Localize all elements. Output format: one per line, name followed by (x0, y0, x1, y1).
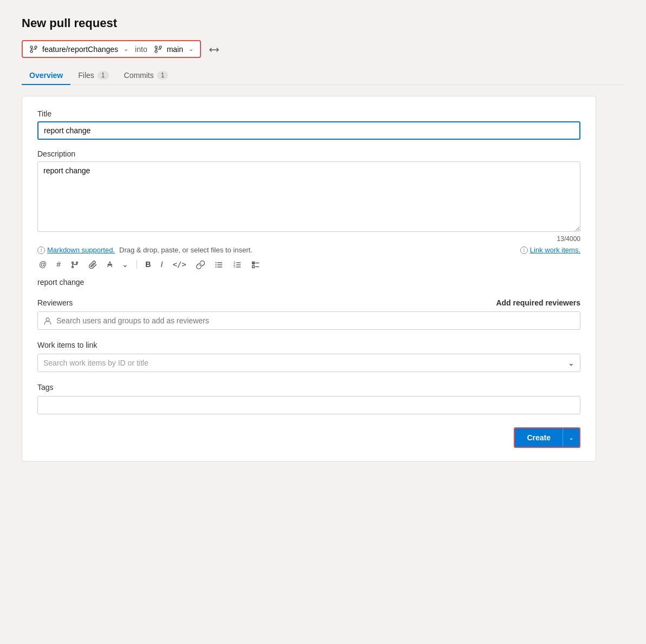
work-items-dropdown[interactable]: Search work items by ID or title ⌄ (37, 354, 580, 372)
svg-point-0 (30, 46, 33, 48)
tab-commits-label: Commits (124, 71, 154, 80)
svg-point-17 (215, 266, 216, 268)
tabs: Overview Files 1 Commits 1 (22, 67, 624, 85)
svg-point-6 (159, 46, 162, 48)
form-card: Title Description report change 13/4000 … (22, 96, 596, 461)
svg-point-8 (72, 262, 74, 264)
title-input[interactable] (37, 121, 580, 140)
reviewer-search-input[interactable] (56, 316, 574, 325)
swap-branches-icon[interactable] (209, 44, 219, 55)
tab-files-badge: 1 (98, 71, 109, 80)
svg-point-9 (72, 266, 74, 268)
svg-point-1 (30, 50, 33, 53)
into-text: into (135, 45, 147, 54)
info-icon: i (37, 246, 45, 254)
attach-btn[interactable] (87, 259, 99, 270)
target-branch-chevron[interactable]: ⌄ (189, 45, 193, 53)
svg-point-10 (76, 262, 78, 264)
branch-selector: feature/reportChanges ⌄ into main ⌄ (22, 40, 201, 58)
tab-overview[interactable]: Overview (22, 67, 70, 85)
tab-commits[interactable]: Commits 1 (117, 67, 176, 85)
tab-commits-badge: 1 (157, 71, 169, 80)
code-btn[interactable]: </> (171, 259, 188, 270)
work-items-label: Work items to link (37, 341, 580, 349)
source-branch-name: feature/reportChanges (42, 45, 118, 54)
add-required-reviewers-link[interactable]: Add required reviewers (496, 298, 580, 307)
svg-text:3.: 3. (234, 265, 236, 268)
tags-label: Tags (37, 383, 580, 392)
link-work-items-link[interactable]: Link work items. (530, 246, 580, 254)
svg-point-16 (215, 264, 216, 265)
tab-files[interactable]: Files 1 (70, 67, 116, 85)
create-button[interactable]: Create (515, 428, 563, 447)
work-items-placeholder: Search work items by ID or title (43, 359, 148, 367)
more-btn[interactable]: ⌄ (120, 259, 130, 270)
link-btn[interactable] (195, 259, 206, 270)
strikethrough-btn[interactable]: A (106, 259, 114, 270)
link-work-items-info-icon: i (520, 246, 528, 254)
toolbar-separator (137, 260, 137, 269)
work-items-chevron: ⌄ (568, 359, 574, 367)
preview-text: report change (37, 276, 580, 289)
mention-work-btn[interactable] (69, 258, 81, 270)
italic-btn[interactable]: I (159, 259, 164, 270)
svg-point-28 (46, 318, 49, 321)
source-branch-icon (29, 44, 38, 54)
tab-overview-label: Overview (29, 71, 63, 80)
link-work-items-wrap: i Link work items. (520, 246, 580, 254)
create-btn-wrap: Create ⌄ (514, 427, 580, 448)
description-textarea[interactable]: report change (37, 161, 580, 232)
ol-btn[interactable]: 1. 2. 3. (231, 259, 243, 270)
mention-btn[interactable]: @ (37, 259, 48, 270)
reviewer-search-wrap[interactable] (37, 311, 580, 330)
char-count: 13/4000 (37, 235, 580, 243)
target-branch-name: main (167, 45, 183, 54)
reviewers-label: Reviewers (37, 298, 73, 307)
tags-input[interactable] (37, 396, 580, 414)
tab-files-label: Files (78, 71, 94, 80)
svg-point-2 (35, 46, 37, 48)
page-title: New pull request (22, 16, 624, 30)
editor-toolbar: @ # A ⌄ B I </> (37, 258, 580, 270)
svg-point-5 (155, 50, 157, 53)
title-label: Title (37, 109, 580, 118)
svg-rect-26 (252, 265, 254, 268)
target-branch-icon (154, 44, 163, 54)
bold-btn[interactable]: B (144, 259, 152, 270)
person-icon (43, 316, 52, 326)
description-label: Description (37, 149, 580, 158)
checklist-btn[interactable] (250, 259, 262, 270)
form-footer: Create ⌄ (37, 427, 580, 448)
markdown-link[interactable]: Markdown supported. (47, 246, 115, 254)
svg-point-4 (155, 46, 157, 48)
svg-point-15 (215, 262, 216, 263)
reviewers-section-header: Reviewers Add required reviewers (37, 298, 580, 307)
markdown-row: i Markdown supported. Drag & drop, paste… (37, 246, 580, 254)
markdown-hint: Drag & drop, paste, or select files to i… (119, 246, 253, 254)
hashtag-btn[interactable]: # (55, 259, 62, 270)
markdown-info: i Markdown supported. Drag & drop, paste… (37, 246, 253, 254)
source-branch-chevron[interactable]: ⌄ (124, 45, 128, 53)
create-dropdown-button[interactable]: ⌄ (563, 428, 579, 447)
ul-btn[interactable] (213, 259, 225, 270)
